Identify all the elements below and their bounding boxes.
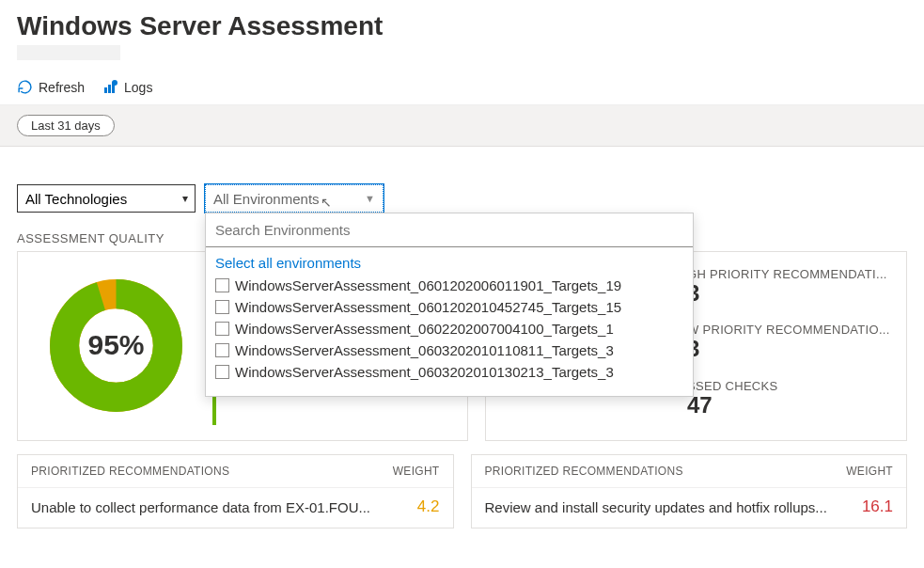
recommendation-item[interactable]: Unable to collect performance data from … (18, 488, 453, 528)
high-priority-label: GH PRIORITY RECOMMENDATI... (687, 267, 893, 281)
recommendation-weight: 4.2 (417, 497, 440, 516)
select-all-environments[interactable]: Select all environments (206, 247, 693, 275)
page-title: Windows Server Assessment (17, 11, 924, 41)
svg-rect-0 (104, 87, 107, 93)
cursor-icon: ↖ (321, 195, 332, 210)
high-priority-value: 3 (687, 281, 893, 306)
environments-combobox-label: All Environments (213, 191, 320, 207)
toolbar: Refresh Logs (0, 73, 924, 105)
environment-option-label: WindowsServerAssessment_0603202010110811… (235, 342, 614, 358)
svg-point-3 (112, 80, 117, 86)
environments-combobox[interactable]: All Environments ▼ ↖ (205, 184, 384, 213)
environment-option[interactable]: WindowsServerAssessment_0603202010110811… (215, 339, 683, 361)
recommendation-item[interactable]: Review and install security updates and … (472, 488, 907, 528)
time-range-pill[interactable]: Last 31 days (17, 115, 115, 136)
filter-controls: All Technologies ▾ All Environments ▼ ↖ … (0, 147, 924, 213)
environment-option-label: WindowsServerAssessment_0603202010130213… (235, 364, 614, 380)
recommendation-card-right: PRIORITIZED RECOMMENDATIONS WEIGHT Revie… (471, 454, 908, 529)
environment-option[interactable]: WindowsServerAssessment_0602202007004100… (215, 318, 683, 339)
logs-icon (103, 80, 118, 95)
checkbox-icon[interactable] (215, 343, 229, 357)
refresh-icon (17, 79, 33, 95)
refresh-button[interactable]: Refresh (17, 79, 85, 95)
environment-option-label: WindowsServerAssessment_0602202007004100… (235, 321, 614, 337)
donut-percent-label: 95% (87, 329, 144, 361)
environment-option[interactable]: WindowsServerAssessment_0603202010130213… (215, 361, 683, 383)
low-priority-value: 3 (687, 337, 893, 361)
refresh-label: Refresh (39, 80, 85, 95)
recommendation-title: Unable to collect performance data from … (31, 499, 370, 515)
checkbox-icon[interactable] (215, 322, 229, 336)
environment-option-label: WindowsServerAssessment_0601202006011901… (235, 277, 621, 293)
environments-search-input[interactable] (206, 213, 693, 247)
rec-weight-label: WEIGHT (393, 465, 440, 478)
recommendation-weight: 16.1 (862, 497, 893, 516)
logs-button[interactable]: Logs (103, 80, 152, 95)
chevron-down-icon: ▼ (365, 193, 375, 204)
checkbox-icon[interactable] (215, 365, 229, 379)
checkbox-icon[interactable] (215, 278, 229, 292)
assessment-quality-donut: 95% (48, 277, 184, 414)
low-priority-label: W PRIORITY RECOMMENDATIO... (687, 323, 893, 337)
svg-rect-1 (108, 85, 111, 93)
rec-weight-label: WEIGHT (846, 465, 893, 478)
subtitle-placeholder (17, 45, 120, 60)
rec-header-label: PRIORITIZED RECOMMENDATIONS (31, 465, 229, 478)
environment-option[interactable]: WindowsServerAssessment_0601202010452745… (215, 296, 683, 318)
time-range-bar: Last 31 days (0, 105, 924, 147)
checkbox-icon[interactable] (215, 300, 229, 314)
passed-checks-label: SSED CHECKS (687, 379, 893, 393)
recommendation-card-left: PRIORITIZED RECOMMENDATIONS WEIGHT Unabl… (17, 454, 454, 529)
passed-checks-value: 47 (687, 393, 893, 418)
recommendations-row: PRIORITIZED RECOMMENDATIONS WEIGHT Unabl… (0, 441, 924, 529)
technology-select[interactable]: All Technologies (17, 184, 196, 213)
recommendation-title: Review and install security updates and … (485, 499, 827, 515)
environment-option-label: WindowsServerAssessment_0601202010452745… (235, 299, 621, 315)
environments-dropdown: Select all environments WindowsServerAss… (205, 213, 694, 397)
rec-header-label: PRIORITIZED RECOMMENDATIONS (485, 465, 683, 478)
environments-list: WindowsServerAssessment_0601202006011901… (206, 275, 693, 396)
environment-option[interactable]: WindowsServerAssessment_0601202006011901… (215, 275, 683, 296)
logs-label: Logs (124, 80, 152, 95)
